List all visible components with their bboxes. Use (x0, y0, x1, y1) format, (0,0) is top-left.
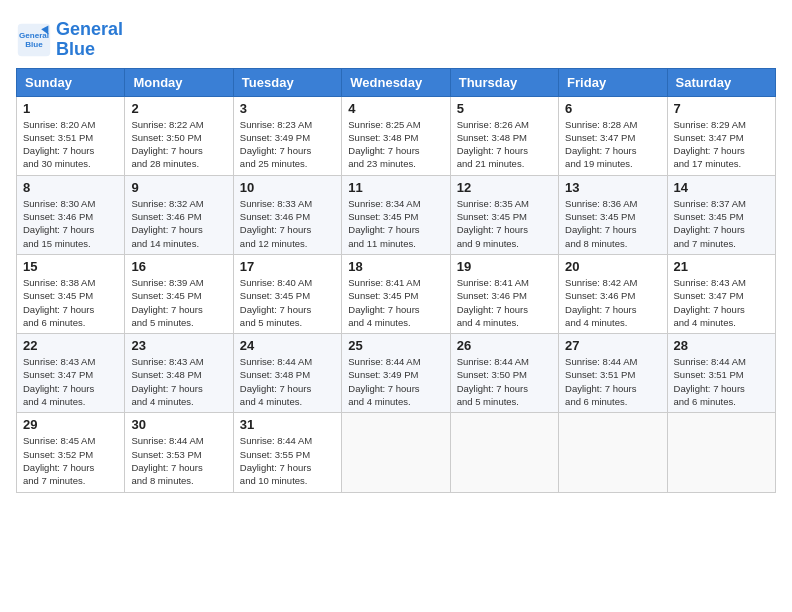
day-number: 20 (565, 259, 660, 274)
day-number: 14 (674, 180, 769, 195)
calendar-week-row: 22 Sunrise: 8:43 AM Sunset: 3:47 PM Dayl… (17, 334, 776, 413)
day-info: Sunrise: 8:34 AM Sunset: 3:45 PM Dayligh… (348, 197, 443, 250)
weekday-header-friday: Friday (559, 68, 667, 96)
calendar-cell: 7 Sunrise: 8:29 AM Sunset: 3:47 PM Dayli… (667, 96, 775, 175)
day-number: 7 (674, 101, 769, 116)
day-info: Sunrise: 8:33 AM Sunset: 3:46 PM Dayligh… (240, 197, 335, 250)
day-number: 28 (674, 338, 769, 353)
header: General Blue General Blue (16, 16, 776, 60)
day-number: 15 (23, 259, 118, 274)
calendar-cell: 15 Sunrise: 8:38 AM Sunset: 3:45 PM Dayl… (17, 254, 125, 333)
day-info: Sunrise: 8:32 AM Sunset: 3:46 PM Dayligh… (131, 197, 226, 250)
calendar-week-row: 8 Sunrise: 8:30 AM Sunset: 3:46 PM Dayli… (17, 175, 776, 254)
day-info: Sunrise: 8:39 AM Sunset: 3:45 PM Dayligh… (131, 276, 226, 329)
day-info: Sunrise: 8:44 AM Sunset: 3:50 PM Dayligh… (457, 355, 552, 408)
svg-text:Blue: Blue (25, 40, 43, 49)
calendar-cell: 24 Sunrise: 8:44 AM Sunset: 3:48 PM Dayl… (233, 334, 341, 413)
day-number: 16 (131, 259, 226, 274)
calendar-cell: 20 Sunrise: 8:42 AM Sunset: 3:46 PM Dayl… (559, 254, 667, 333)
weekday-header-wednesday: Wednesday (342, 68, 450, 96)
calendar-cell: 21 Sunrise: 8:43 AM Sunset: 3:47 PM Dayl… (667, 254, 775, 333)
calendar-week-row: 1 Sunrise: 8:20 AM Sunset: 3:51 PM Dayli… (17, 96, 776, 175)
calendar-cell: 2 Sunrise: 8:22 AM Sunset: 3:50 PM Dayli… (125, 96, 233, 175)
day-number: 30 (131, 417, 226, 432)
svg-text:General: General (19, 31, 49, 40)
weekday-header-thursday: Thursday (450, 68, 558, 96)
day-number: 31 (240, 417, 335, 432)
day-number: 8 (23, 180, 118, 195)
calendar-cell: 26 Sunrise: 8:44 AM Sunset: 3:50 PM Dayl… (450, 334, 558, 413)
day-number: 11 (348, 180, 443, 195)
day-number: 1 (23, 101, 118, 116)
weekday-header-tuesday: Tuesday (233, 68, 341, 96)
day-number: 21 (674, 259, 769, 274)
day-number: 18 (348, 259, 443, 274)
calendar-cell: 17 Sunrise: 8:40 AM Sunset: 3:45 PM Dayl… (233, 254, 341, 333)
calendar-cell: 14 Sunrise: 8:37 AM Sunset: 3:45 PM Dayl… (667, 175, 775, 254)
day-info: Sunrise: 8:44 AM Sunset: 3:48 PM Dayligh… (240, 355, 335, 408)
day-info: Sunrise: 8:45 AM Sunset: 3:52 PM Dayligh… (23, 434, 118, 487)
calendar-cell: 1 Sunrise: 8:20 AM Sunset: 3:51 PM Dayli… (17, 96, 125, 175)
calendar-week-row: 15 Sunrise: 8:38 AM Sunset: 3:45 PM Dayl… (17, 254, 776, 333)
day-number: 29 (23, 417, 118, 432)
day-number: 3 (240, 101, 335, 116)
day-info: Sunrise: 8:23 AM Sunset: 3:49 PM Dayligh… (240, 118, 335, 171)
day-info: Sunrise: 8:38 AM Sunset: 3:45 PM Dayligh… (23, 276, 118, 329)
day-info: Sunrise: 8:20 AM Sunset: 3:51 PM Dayligh… (23, 118, 118, 171)
day-number: 5 (457, 101, 552, 116)
calendar-cell: 13 Sunrise: 8:36 AM Sunset: 3:45 PM Dayl… (559, 175, 667, 254)
day-info: Sunrise: 8:22 AM Sunset: 3:50 PM Dayligh… (131, 118, 226, 171)
day-number: 19 (457, 259, 552, 274)
day-info: Sunrise: 8:30 AM Sunset: 3:46 PM Dayligh… (23, 197, 118, 250)
weekday-header-monday: Monday (125, 68, 233, 96)
day-number: 22 (23, 338, 118, 353)
day-info: Sunrise: 8:43 AM Sunset: 3:47 PM Dayligh… (23, 355, 118, 408)
day-number: 9 (131, 180, 226, 195)
calendar-cell: 10 Sunrise: 8:33 AM Sunset: 3:46 PM Dayl… (233, 175, 341, 254)
calendar-cell: 23 Sunrise: 8:43 AM Sunset: 3:48 PM Dayl… (125, 334, 233, 413)
day-info: Sunrise: 8:44 AM Sunset: 3:51 PM Dayligh… (674, 355, 769, 408)
calendar-cell (667, 413, 775, 492)
calendar-cell: 19 Sunrise: 8:41 AM Sunset: 3:46 PM Dayl… (450, 254, 558, 333)
calendar-cell (559, 413, 667, 492)
day-info: Sunrise: 8:26 AM Sunset: 3:48 PM Dayligh… (457, 118, 552, 171)
calendar-cell: 12 Sunrise: 8:35 AM Sunset: 3:45 PM Dayl… (450, 175, 558, 254)
day-number: 24 (240, 338, 335, 353)
day-number: 27 (565, 338, 660, 353)
logo-icon: General Blue (16, 22, 52, 58)
logo-subtext: Blue (56, 40, 123, 60)
day-number: 10 (240, 180, 335, 195)
calendar-cell: 28 Sunrise: 8:44 AM Sunset: 3:51 PM Dayl… (667, 334, 775, 413)
day-info: Sunrise: 8:42 AM Sunset: 3:46 PM Dayligh… (565, 276, 660, 329)
day-info: Sunrise: 8:43 AM Sunset: 3:48 PM Dayligh… (131, 355, 226, 408)
day-number: 23 (131, 338, 226, 353)
calendar-cell: 5 Sunrise: 8:26 AM Sunset: 3:48 PM Dayli… (450, 96, 558, 175)
calendar-cell: 6 Sunrise: 8:28 AM Sunset: 3:47 PM Dayli… (559, 96, 667, 175)
day-info: Sunrise: 8:44 AM Sunset: 3:55 PM Dayligh… (240, 434, 335, 487)
calendar-cell: 27 Sunrise: 8:44 AM Sunset: 3:51 PM Dayl… (559, 334, 667, 413)
day-info: Sunrise: 8:43 AM Sunset: 3:47 PM Dayligh… (674, 276, 769, 329)
calendar-cell: 31 Sunrise: 8:44 AM Sunset: 3:55 PM Dayl… (233, 413, 341, 492)
day-info: Sunrise: 8:36 AM Sunset: 3:45 PM Dayligh… (565, 197, 660, 250)
calendar-cell (450, 413, 558, 492)
calendar-cell: 25 Sunrise: 8:44 AM Sunset: 3:49 PM Dayl… (342, 334, 450, 413)
day-info: Sunrise: 8:44 AM Sunset: 3:49 PM Dayligh… (348, 355, 443, 408)
calendar-cell: 30 Sunrise: 8:44 AM Sunset: 3:53 PM Dayl… (125, 413, 233, 492)
day-number: 12 (457, 180, 552, 195)
calendar-cell: 16 Sunrise: 8:39 AM Sunset: 3:45 PM Dayl… (125, 254, 233, 333)
logo: General Blue General Blue (16, 20, 123, 60)
day-number: 6 (565, 101, 660, 116)
weekday-header-sunday: Sunday (17, 68, 125, 96)
calendar-cell: 9 Sunrise: 8:32 AM Sunset: 3:46 PM Dayli… (125, 175, 233, 254)
calendar-cell (342, 413, 450, 492)
day-number: 4 (348, 101, 443, 116)
day-info: Sunrise: 8:41 AM Sunset: 3:45 PM Dayligh… (348, 276, 443, 329)
calendar-cell: 22 Sunrise: 8:43 AM Sunset: 3:47 PM Dayl… (17, 334, 125, 413)
calendar-cell: 8 Sunrise: 8:30 AM Sunset: 3:46 PM Dayli… (17, 175, 125, 254)
logo-text: General (56, 20, 123, 40)
calendar-cell: 3 Sunrise: 8:23 AM Sunset: 3:49 PM Dayli… (233, 96, 341, 175)
day-number: 26 (457, 338, 552, 353)
day-number: 17 (240, 259, 335, 274)
day-number: 25 (348, 338, 443, 353)
day-info: Sunrise: 8:37 AM Sunset: 3:45 PM Dayligh… (674, 197, 769, 250)
